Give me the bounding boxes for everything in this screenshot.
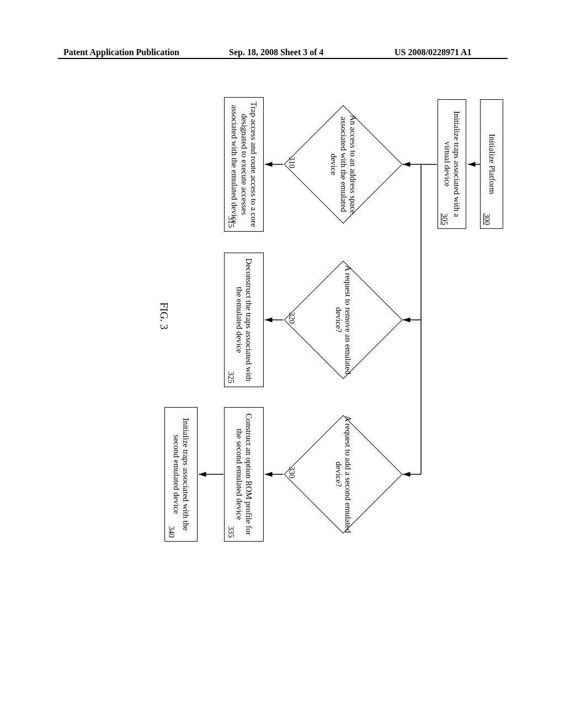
diamond-access-address: An access to an address space associated… [301, 122, 385, 206]
diamond-330-ref: 330 [287, 467, 296, 478]
box-325-ref: 325 [226, 372, 235, 383]
header-app-number: US 2008/0228971 A1 [395, 47, 472, 57]
box-deconstruct-traps: Deconstruct the traps associated with th… [224, 253, 264, 387]
box-340-text: Initialize traps associated with the sec… [172, 411, 191, 538]
box-initialize-traps: Initialize traps associated with a virtu… [438, 99, 466, 229]
flowchart-diagram: Initialize Platform 300 Initialize traps… [0, 94, 507, 535]
diamond-320-text: A request to remove an emulated device? [334, 261, 353, 379]
box-335-text: Construct an option ROM profile for the … [234, 411, 254, 538]
diamond-add-second-device: A request to add a second emulated devic… [301, 432, 385, 516]
diamond-330-text: A request to add a second emulated devic… [334, 416, 353, 533]
box-315-text: Trap access and route access to a core d… [230, 101, 258, 228]
box-300-ref: 300 [482, 213, 491, 225]
box-300-text: Initialize Platform [487, 134, 496, 195]
box-325-text: Deconstruct the traps associated with th… [234, 256, 254, 383]
box-initialize-traps-second: Initialize traps associated with the sec… [164, 407, 198, 542]
header-publication: Patent Application Publication [63, 47, 179, 57]
box-construct-option-rom: Construct an option ROM profile for the … [224, 407, 264, 542]
diamond-310-text: An access to an address space associated… [329, 106, 358, 223]
box-315-ref: 315 [226, 216, 235, 228]
header-date-sheet: Sep. 18, 2008 Sheet 3 of 4 [229, 47, 324, 57]
box-initialize-platform: Initialize Platform 300 [480, 99, 503, 229]
figure-label: FIG. 3 [158, 302, 170, 330]
box-305-ref: 305 [440, 213, 449, 225]
box-340-ref: 340 [167, 526, 175, 538]
diamond-remove-device: A request to remove an emulated device? … [301, 278, 385, 362]
box-trap-route-access: Trap access and route access to a core d… [224, 97, 264, 232]
box-305-text: Initialize traps associated with a virtu… [443, 103, 462, 225]
diamond-320-ref: 320 [287, 312, 296, 324]
diamond-310-ref: 310 [287, 157, 296, 168]
header-rule [58, 58, 508, 59]
box-335-ref: 335 [226, 526, 235, 538]
